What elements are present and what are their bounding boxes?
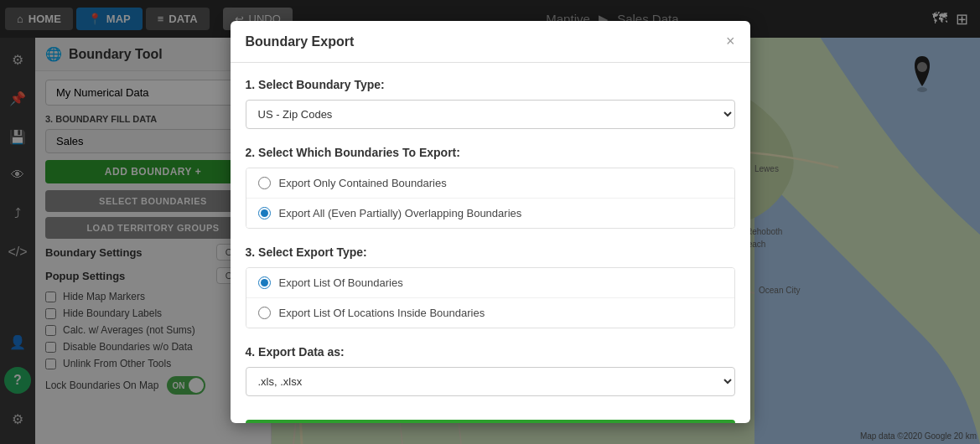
export-overlapping-radio[interactable] bbox=[258, 207, 271, 219]
export-format-select[interactable]: .xls, .xlsx .csv .kml .shp bbox=[246, 367, 735, 396]
export-list-boundaries-label: Export List Of Boundaries bbox=[279, 276, 403, 289]
export-contained-option: Export Only Contained Boundaries bbox=[246, 168, 734, 199]
modal-header: Boundary Export × bbox=[231, 21, 750, 63]
export-boundaries-radio-group: Export Only Contained Boundaries Export … bbox=[246, 168, 735, 229]
section-boundary-type: 1. Select Boundary Type: US - Zip Codes … bbox=[246, 78, 735, 129]
section4-title: 4. Export Data as: bbox=[246, 345, 735, 359]
export-button[interactable]: EXPORT bbox=[246, 420, 735, 423]
export-contained-label: Export Only Contained Boundaries bbox=[279, 177, 447, 189]
export-list-locations-radio[interactable] bbox=[258, 307, 271, 319]
section-export-type: 3. Select Export Type: Export List Of Bo… bbox=[246, 245, 735, 328]
section-which-boundaries: 2. Select Which Boundaries To Export: Ex… bbox=[246, 146, 735, 229]
export-overlapping-option: Export All (Even Partially) Overlapping … bbox=[246, 199, 734, 228]
export-type-radio-group: Export List Of Boundaries Export List Of… bbox=[246, 267, 735, 328]
modal-body: 1. Select Boundary Type: US - Zip Codes … bbox=[231, 63, 750, 423]
export-list-boundaries-radio[interactable] bbox=[258, 276, 271, 289]
section-export-format: 4. Export Data as: .xls, .xlsx .csv .kml… bbox=[246, 345, 735, 396]
export-list-locations-option: Export List Of Locations Inside Boundari… bbox=[246, 298, 734, 328]
modal-overlay[interactable]: Boundary Export × 1. Select Boundary Typ… bbox=[0, 0, 980, 444]
export-overlapping-label: Export All (Even Partially) Overlapping … bbox=[279, 207, 522, 219]
modal-title: Boundary Export bbox=[246, 34, 355, 49]
section3-title: 3. Select Export Type: bbox=[246, 245, 735, 259]
export-list-locations-label: Export List Of Locations Inside Boundari… bbox=[279, 307, 485, 319]
export-list-boundaries-option: Export List Of Boundaries bbox=[246, 268, 734, 298]
export-contained-radio[interactable] bbox=[258, 177, 271, 189]
boundary-type-select[interactable]: US - Zip Codes US - States US - Counties… bbox=[246, 100, 735, 129]
modal-close-button[interactable]: × bbox=[726, 33, 735, 50]
section2-title: 2. Select Which Boundaries To Export: bbox=[246, 146, 735, 159]
boundary-export-modal: Boundary Export × 1. Select Boundary Typ… bbox=[231, 21, 750, 423]
section1-title: 1. Select Boundary Type: bbox=[246, 78, 735, 91]
